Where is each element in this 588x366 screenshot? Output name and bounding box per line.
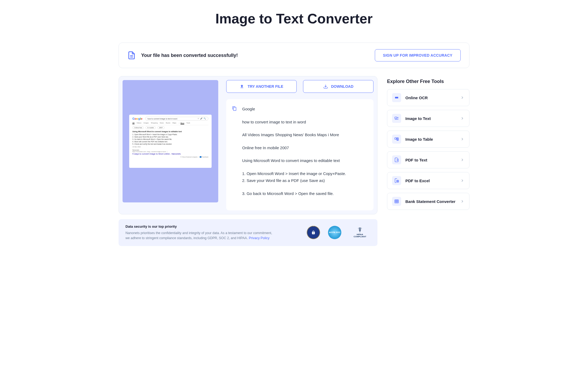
download-icon: [323, 84, 328, 89]
chevron-right-icon: [460, 137, 464, 141]
output-line: Online free In mobile 2007: [242, 145, 346, 151]
output-line: 2. Save your Word file as a PDF (use Sav…: [242, 178, 346, 184]
chevron-right-icon: [460, 199, 464, 203]
download-button[interactable]: DOWNLOAD: [303, 80, 373, 93]
tool-card-pdf-to-text[interactable]: PDF to Text: [387, 151, 469, 168]
output-line: Google: [242, 106, 346, 112]
security-bar: Data security is our top priority Nanone…: [119, 219, 377, 246]
pdf-excel-icon: [392, 176, 401, 185]
svg-rect-8: [395, 138, 396, 139]
output-line: All Videos Images Shopping News' Books M…: [242, 132, 346, 138]
preview-snippet-heading: Using Microsoft Word to convert images t…: [132, 131, 208, 132]
image-text-icon: [392, 114, 401, 123]
svg-rect-3: [395, 97, 398, 98]
file-success-icon: [127, 51, 136, 60]
preview-snippet-list: 1. Open Microsoft Word > Insert the imag…: [132, 133, 208, 145]
tool-card-image-to-table[interactable]: Image to Table: [387, 131, 469, 148]
preview-result: Nanonets https://nanonets.com › blog › c…: [132, 149, 208, 155]
preview-filters: Online free In mobile 2007: [132, 126, 208, 129]
chevron-right-icon: [460, 178, 464, 183]
preview-tabs: All Videos Images Shopping News Books Ma…: [132, 122, 208, 125]
privacy-policy-link[interactable]: Privacy Policy: [249, 236, 270, 240]
image-table-icon: [392, 135, 401, 144]
caduceus-icon: [356, 227, 364, 233]
work-panel: Google how to convert image to text in w…: [119, 76, 377, 214]
output-line: 3. Go back to Microsoft Word > Open the …: [242, 191, 346, 197]
preview-footer: ⓘ About featured snippets • 🟦 Feedback: [132, 156, 208, 158]
output-box: Google how to convert image to text in w…: [226, 99, 373, 210]
chevron-right-icon: [460, 95, 464, 100]
tool-card-bank-statement[interactable]: Bank Statement Converter: [387, 193, 469, 210]
tool-label: Image to Text: [405, 116, 456, 121]
tool-card-image-to-text[interactable]: Image to Text: [387, 110, 469, 127]
tool-label: Bank Statement Converter: [405, 199, 456, 204]
hipaa-badge: HIPAACOMPLIANT: [349, 226, 371, 239]
download-label: DOWNLOAD: [331, 84, 354, 89]
sidebar: Explore Other Free Tools Online OCR Imag…: [387, 76, 469, 214]
soc-badge: AICPA SOC: [328, 226, 341, 239]
lock-icon: [311, 230, 316, 235]
success-message: Your file has been converted successfull…: [141, 53, 238, 58]
output-text: Google how to convert image to text in w…: [242, 106, 346, 203]
tool-label: Online OCR: [405, 95, 456, 100]
svg-rect-17: [395, 200, 398, 203]
security-body: Nanonets prioritises the confidentiality…: [125, 231, 274, 241]
preview-search-bar: how to convert image to text in word ✕ 🎤…: [145, 117, 208, 120]
try-another-file-button[interactable]: TRY ANOTHER FILE: [226, 80, 297, 93]
tool-card-online-ocr[interactable]: Online OCR: [387, 89, 469, 106]
google-logo: Google: [132, 117, 142, 120]
tool-card-pdf-to-excel[interactable]: PDF to Excel: [387, 172, 469, 189]
page-title: Image to Text Converter: [119, 11, 469, 27]
chevron-right-icon: [460, 116, 464, 120]
try-another-label: TRY ANOTHER FILE: [247, 84, 283, 89]
bank-icon: [392, 197, 401, 206]
gdpr-badge: [307, 226, 320, 239]
svg-rect-4: [395, 117, 397, 119]
copy-icon[interactable]: [232, 106, 237, 111]
success-bar: Your file has been converted successfull…: [119, 43, 469, 68]
output-line: how to convert image to text in word: [242, 119, 346, 125]
signup-button[interactable]: SIGN UP FOR IMPROVED ACCURACY: [375, 49, 461, 61]
tool-label: PDF to Excel: [405, 178, 456, 183]
security-heading: Data security is our top priority: [125, 224, 274, 228]
tool-label: PDF to Text: [405, 158, 456, 162]
output-line: 1. Open Microsoft Word > Insert the imag…: [242, 171, 346, 177]
output-line: Using Microsoft Word to convert images t…: [242, 158, 346, 164]
sidebar-title: Explore Other Free Tools: [387, 79, 469, 84]
upload-icon: [240, 84, 244, 89]
pdf-text-icon: [392, 155, 401, 164]
chevron-right-icon: [460, 158, 464, 162]
input-preview: Google how to convert image to text in w…: [123, 80, 218, 202]
preview-thumbnail: Google how to convert image to text in w…: [129, 115, 212, 168]
tool-label: Image to Table: [405, 137, 456, 142]
preview-date: 19 Mar 2023: [132, 146, 208, 148]
ocr-icon: [392, 93, 401, 102]
